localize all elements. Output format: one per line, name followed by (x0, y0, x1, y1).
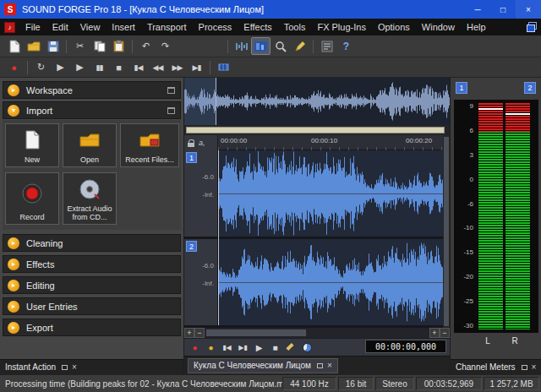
length-field[interactable]: 00:03:52,969 (416, 377, 482, 390)
spectral-view-button[interactable] (251, 37, 270, 55)
section-user-entries[interactable]: ▸ User Entries (3, 297, 181, 315)
meter-bar-left (478, 103, 503, 329)
save-button[interactable] (43, 37, 63, 55)
overview-visible-region[interactable] (184, 78, 216, 125)
toolbar-separator (132, 40, 133, 53)
play-all-button[interactable]: ● (204, 340, 218, 354)
help-button[interactable]: ? (336, 37, 356, 55)
rewind-button[interactable]: ◀◀ (148, 58, 167, 76)
open-button[interactable]: Open (63, 123, 117, 167)
zoom-in-time-button[interactable]: + (429, 328, 440, 338)
channel-2-badge[interactable]: 2 (186, 241, 197, 252)
stop-button[interactable]: ■ (109, 58, 128, 76)
waveform-view-button[interactable] (232, 37, 251, 55)
menu-transport[interactable]: Transport (141, 20, 193, 34)
extract-cd-button[interactable]: Extract Audio from CD... (63, 172, 117, 225)
section-import[interactable]: ▾ Import (3, 101, 181, 119)
minimize-button[interactable]: ─ (465, 0, 490, 19)
forward-button[interactable]: ▶▶ (167, 58, 187, 76)
channel-1-badge[interactable]: 1 (186, 152, 197, 163)
mdi-restore-icon[interactable] (526, 22, 538, 32)
record-button[interactable]: ● (4, 58, 24, 76)
pencil-tool-button[interactable] (290, 37, 309, 55)
lock-icon[interactable] (188, 139, 194, 147)
record-action-button[interactable]: Record (5, 172, 59, 225)
play-button[interactable]: ▶ (70, 58, 90, 76)
close-panel-icon[interactable]: × (532, 363, 537, 372)
menu-options[interactable]: Options (372, 20, 416, 34)
new-button[interactable]: New (5, 123, 59, 167)
playhead-cursor[interactable] (218, 150, 219, 325)
script-editor-button[interactable] (317, 37, 336, 55)
pencil-tool-button[interactable] (284, 340, 298, 354)
go-to-end-button[interactable]: ▶▮ (236, 340, 250, 354)
instant-action-tab[interactable]: Instant Action (5, 362, 56, 372)
go-to-end-button[interactable]: ▶▮ (187, 58, 206, 76)
menu-tools[interactable]: Tools (278, 20, 312, 34)
float-panel-icon[interactable] (62, 365, 68, 370)
vertical-scrollbar[interactable] (443, 135, 450, 328)
zoom-out-time-button[interactable]: − (440, 328, 450, 338)
meter-channel-1-badge[interactable]: 1 (456, 82, 467, 94)
meter-scale-value: -6 (467, 201, 473, 208)
pause-button[interactable]: ▮▮ (90, 58, 109, 76)
menu-help[interactable]: Help (461, 20, 492, 34)
stop-button[interactable]: ■ (268, 340, 282, 354)
section-label: Cleaning (26, 238, 63, 248)
horizontal-scrollbar-thumb[interactable] (206, 329, 306, 336)
menu-fx-plugins[interactable]: FX Plug-Ins (311, 20, 371, 34)
snap-icon[interactable]: a, (199, 139, 205, 147)
menu-file[interactable]: File (19, 20, 46, 34)
bit-depth-field[interactable]: 16 bit (338, 377, 374, 390)
record-button[interactable]: ● (188, 340, 202, 354)
import-button-label: Recent Files... (125, 155, 174, 164)
redo-button[interactable]: ↷ (156, 37, 175, 55)
channel-mode-field[interactable]: Stereo (375, 377, 414, 390)
menu-effects[interactable]: Effects (238, 20, 277, 34)
section-workspace[interactable]: ▸ Workspace (3, 81, 181, 99)
zoom-in-button[interactable]: + (184, 328, 194, 338)
menu-view[interactable]: View (74, 20, 107, 34)
cut-button[interactable]: ✂ (70, 37, 90, 55)
recent-files-button[interactable]: Recent Files... (120, 123, 179, 167)
event-tool-button[interactable] (214, 58, 233, 76)
menu-process[interactable]: Process (193, 20, 238, 34)
overview-waveform[interactable] (184, 78, 450, 125)
play-button[interactable]: ▶ (252, 340, 266, 354)
menu-window[interactable]: Window (416, 20, 461, 34)
section-effects[interactable]: ▸ Effects (3, 255, 181, 273)
time-ruler[interactable]: a, 00:00:00 00:00:10 00:00:20 (184, 135, 450, 150)
paste-button[interactable] (109, 37, 128, 55)
section-export[interactable]: ▸ Export (3, 318, 181, 336)
go-to-start-button[interactable]: ▮◀ (220, 340, 234, 354)
channel-meters-tab[interactable]: Channel Meters (456, 362, 516, 372)
vertical-scrollbar-thumb[interactable] (444, 137, 449, 326)
float-window-icon[interactable] (317, 363, 323, 368)
time-display[interactable]: 00:00:00,000 (365, 340, 446, 353)
zoom-out-button[interactable]: − (194, 328, 205, 338)
overview-scrollbar-thumb[interactable] (186, 127, 445, 133)
copy-button[interactable] (90, 37, 109, 55)
play-all-button[interactable]: ▶ (51, 58, 70, 76)
overview-scrollbar[interactable] (184, 125, 450, 135)
section-editing[interactable]: ▸ Editing (3, 276, 181, 294)
loop-playback-button[interactable]: ↻ (31, 58, 51, 76)
undo-button[interactable]: ↶ (136, 37, 156, 55)
magnify-tool-button[interactable] (270, 37, 290, 55)
go-to-start-button[interactable]: ▮◀ (128, 58, 148, 76)
section-cleaning[interactable]: ▸ Cleaning (3, 234, 181, 252)
menu-edit[interactable]: Edit (46, 20, 74, 34)
maximize-button[interactable]: □ (490, 0, 516, 19)
close-button[interactable]: × (516, 0, 541, 19)
sample-rate-field[interactable]: 44 100 Hz (282, 377, 336, 390)
document-tab[interactable]: Кукла С Человеческим Лицом × (188, 358, 338, 373)
close-document-icon[interactable]: × (327, 362, 332, 370)
menu-insert[interactable]: Insert (106, 20, 141, 34)
new-file-button[interactable] (4, 37, 24, 55)
meter-channel-2-badge[interactable]: 2 (524, 82, 536, 94)
mix-tool-button[interactable] (300, 340, 314, 354)
open-file-button[interactable] (24, 37, 43, 55)
horizontal-scrollbar[interactable] (205, 328, 429, 338)
float-panel-icon[interactable] (522, 365, 527, 370)
close-panel-icon[interactable]: × (72, 363, 77, 372)
